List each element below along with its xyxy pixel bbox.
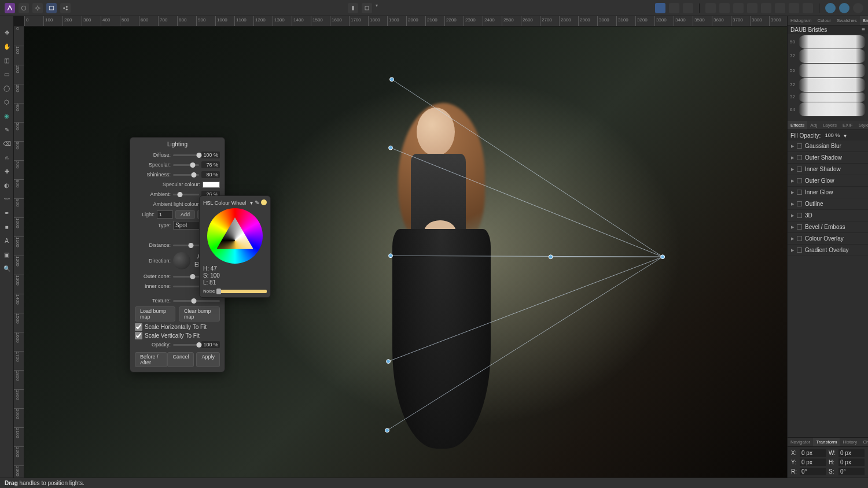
effect-gaussian-blur[interactable]: ▶Gaussian Blur (788, 141, 868, 152)
select-ellipse-tool[interactable]: ◯ (1, 82, 13, 94)
light-input[interactable] (157, 210, 173, 219)
account-icon[interactable] (839, 3, 849, 13)
brush-item[interactable]: 64 (790, 102, 866, 116)
text-tool[interactable]: A (1, 235, 13, 246)
scale-h-checkbox[interactable]: Scale Horizontally To Fit (135, 323, 220, 331)
zoom-tool[interactable]: 🔍 (1, 263, 13, 274)
crop-tool[interactable]: ◫ (1, 54, 13, 66)
tab-brushes[interactable]: Brushes (860, 16, 868, 25)
erase-tool[interactable]: ⌫ (1, 138, 13, 149)
opacity-slider[interactable] (173, 344, 199, 346)
tab-transform[interactable]: Transform (813, 438, 840, 446)
tab-colour[interactable]: Colour (814, 16, 834, 25)
shape-rect-tool[interactable]: ■ (1, 221, 13, 232)
effect-outer-glow[interactable]: ▶Outer Glow (788, 175, 868, 187)
nav-prev-icon[interactable] (683, 3, 693, 13)
r-value[interactable]: 0° (800, 468, 826, 475)
brush-set-select[interactable]: DAUB Bristles (790, 27, 827, 33)
tab-exif[interactable]: EXIF (840, 121, 856, 130)
select-rect-tool[interactable]: ▭ (1, 68, 13, 80)
gear-icon[interactable] (32, 3, 43, 13)
specular-value[interactable]: 76 % (201, 161, 220, 168)
move-tool[interactable]: ✥ (1, 27, 13, 38)
brush-item[interactable]: 50 (790, 35, 866, 49)
nav-up-icon[interactable] (669, 3, 679, 13)
tab-swatches[interactable]: Swatches (834, 16, 860, 25)
align-top-icon[interactable] (747, 3, 757, 13)
noise-slider[interactable] (216, 290, 267, 293)
effect-inner-shadow[interactable]: ▶Inner Shadow (788, 164, 868, 175)
specular-colour-swatch[interactable] (203, 182, 220, 188)
specular-slider[interactable] (173, 164, 199, 166)
direction-control[interactable] (173, 252, 190, 269)
color-tool[interactable]: ▣ (1, 249, 13, 260)
tab-effects[interactable]: Effects (788, 121, 807, 130)
effect-outline[interactable]: ▶Outline (788, 198, 868, 210)
h-value[interactable]: 0 px (838, 459, 865, 466)
help-icon[interactable] (853, 3, 863, 13)
eyedropper-icon[interactable]: ✎ (255, 199, 259, 206)
distribute-v-icon[interactable] (803, 3, 813, 13)
scale-v-checkbox[interactable]: Scale Vertically To Fit (135, 332, 220, 339)
brush-item[interactable]: 56 (790, 64, 866, 77)
x-value[interactable]: 0 px (800, 449, 826, 457)
photo-icon[interactable] (46, 3, 57, 13)
clear-bump-button[interactable]: Clear bump map (179, 306, 220, 321)
apply-button[interactable]: Apply (196, 352, 220, 367)
cancel-button[interactable]: Cancel (167, 352, 194, 367)
fill-opacity-value[interactable]: 100 % (823, 132, 841, 139)
align-bottom-icon[interactable] (775, 3, 785, 13)
tab-navigator[interactable]: Navigator (788, 438, 813, 446)
align-right-icon[interactable] (733, 3, 744, 13)
ambient-slider[interactable] (173, 194, 199, 195)
tab-styles[interactable]: Styles (856, 121, 868, 130)
snap-icon[interactable] (348, 3, 358, 13)
before-after-button[interactable]: Before / After (135, 352, 167, 367)
assistant-icon[interactable] (825, 3, 836, 13)
tab-histogram[interactable]: Histogram (788, 16, 814, 25)
effect-outer-shadow[interactable]: ▶Outer Shadow (788, 152, 868, 164)
align-left-icon[interactable] (705, 3, 716, 13)
diffuse-value[interactable]: 100 % (201, 151, 220, 158)
effect-gradient-overlay[interactable]: ▶Gradient Overlay (788, 245, 868, 256)
brush-menu-icon[interactable]: ≡ (862, 27, 865, 33)
pen-tool[interactable]: ✒ (1, 207, 13, 219)
load-bump-button[interactable]: Load bump map (135, 306, 175, 321)
add-button[interactable]: Add (175, 210, 195, 219)
w-value[interactable]: 0 px (838, 449, 865, 457)
share-icon[interactable] (60, 3, 71, 13)
current-colour-swatch[interactable] (261, 199, 267, 205)
select-free-tool[interactable]: ⬡ (1, 96, 13, 108)
brush-item[interactable]: 72 (790, 78, 866, 92)
persona-icon[interactable] (19, 3, 29, 13)
opacity-value[interactable]: 100 % (201, 341, 220, 348)
tab-history[interactable]: History (840, 438, 860, 446)
dodge-tool[interactable]: ◐ (1, 179, 13, 191)
effect-colour-overlay[interactable]: ▶Colour Overlay (788, 233, 868, 245)
brush-item[interactable]: 32 (790, 93, 866, 102)
flood-tool[interactable]: ◉ (1, 110, 13, 121)
inpaint-tool[interactable]: ✚ (1, 165, 13, 177)
shininess-slider[interactable] (173, 174, 199, 176)
texture-slider[interactable] (173, 300, 220, 302)
brush-tool[interactable]: ✎ (1, 124, 13, 135)
y-value[interactable]: 0 px (800, 459, 826, 466)
tab-adj[interactable]: Adj (807, 121, 820, 130)
clone-tool[interactable]: ⎌ (1, 151, 13, 163)
distribute-h-icon[interactable] (789, 3, 799, 13)
colour-wheel[interactable] (207, 208, 263, 264)
tab-layers[interactable]: Layers (820, 121, 840, 130)
s-value[interactable]: 0° (838, 468, 865, 475)
view-tool[interactable]: ✋ (1, 40, 13, 52)
align-middle-icon[interactable] (761, 3, 771, 13)
shininess-value[interactable]: 80 % (201, 171, 220, 178)
effect-3d[interactable]: ▶3D (788, 210, 868, 221)
smudge-tool[interactable]: 〰 (1, 193, 13, 205)
brush-list[interactable]: 507256723264 (788, 34, 868, 121)
alignment-icon[interactable] (362, 3, 372, 13)
diffuse-slider[interactable] (173, 154, 199, 156)
app-icon[interactable] (5, 3, 15, 13)
effect-inner-glow[interactable]: ▶Inner Glow (788, 187, 868, 198)
tab-channels[interactable]: Channels (860, 438, 868, 446)
brush-item[interactable]: 72 (790, 49, 866, 63)
